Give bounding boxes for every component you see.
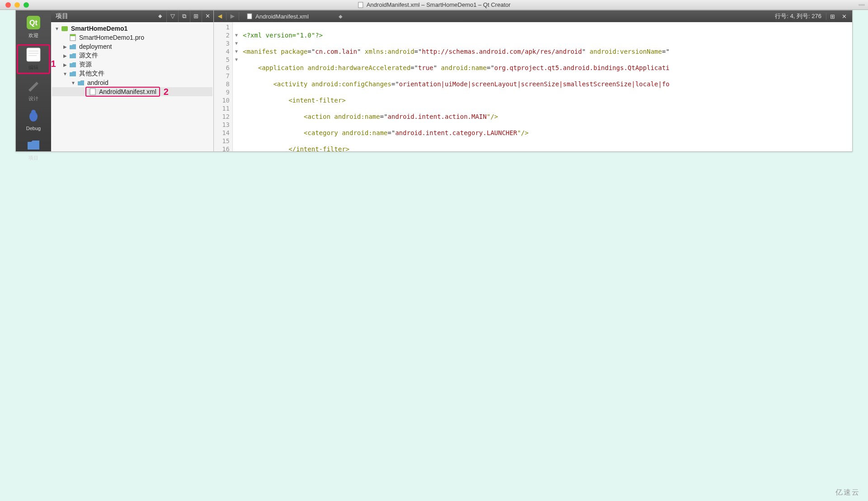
titlebar: AndroidManifest.xml – SmartHomeDemo1 – Q… [0, 0, 868, 10]
tree-android[interactable]: ▼android [52, 78, 212, 87]
project-icon [61, 25, 68, 32]
close-panel-icon[interactable]: ✕ [202, 10, 213, 22]
traffic-lights [0, 2, 29, 8]
folder-icon [69, 52, 76, 59]
tree-deployment[interactable]: ▶deployment [52, 42, 212, 51]
svg-rect-10 [61, 26, 68, 31]
breadcrumb[interactable]: AndroidManifest.xml ◆ [239, 13, 775, 20]
window-title: AndroidManifest.xml – SmartHomeDemo1 – Q… [358, 1, 511, 8]
tree-root[interactable]: ▼SmartHomeDemo1 [52, 24, 212, 33]
window-title-text: AndroidManifest.xml – SmartHomeDemo1 – Q… [367, 1, 511, 8]
mode-welcome[interactable]: Qt 欢迎 [19, 12, 48, 42]
tree-other[interactable]: ▼其他文件 [52, 69, 212, 78]
folder-icon [69, 70, 76, 77]
editor-area: ◄ ► AndroidManifest.xml ◆ 行号: 4, 列号: 276… [214, 10, 852, 151]
svg-text:Qt: Qt [29, 19, 38, 27]
bug-icon [26, 108, 41, 124]
link-icon[interactable]: ⧉ [178, 10, 190, 22]
project-tree[interactable]: ▼SmartHomeDemo1 SmartHomeDemo1.pro ▶depl… [51, 22, 213, 151]
close-window-icon[interactable] [5, 2, 11, 8]
editor-body[interactable]: 1234 5678 9101112 13141516 ▼▼▼ ▼ <?xml v… [214, 22, 852, 151]
folder-icon [69, 61, 76, 68]
mode-projects[interactable]: 项目 [19, 135, 48, 165]
manifest-highlight-box: AndroidManifest.xml [85, 87, 160, 97]
line-gutter: 1234 5678 9101112 13141516 [214, 22, 233, 151]
zoom-window-icon[interactable] [24, 2, 29, 8]
folder-icon [26, 137, 41, 153]
document-icon [358, 2, 364, 8]
mode-design[interactable]: 设计 [19, 75, 48, 106]
nav-back-icon[interactable]: ◄ [214, 12, 226, 20]
svg-point-9 [31, 110, 36, 114]
qt-logo-icon: Qt [26, 15, 41, 30]
callout-1: 1 [51, 59, 56, 69]
xml-file-icon [246, 13, 253, 19]
overflow-icon[interactable] [858, 1, 865, 9]
fold-column[interactable]: ▼▼▼ ▼ [233, 22, 240, 151]
pro-file-icon [69, 34, 76, 41]
editor-status: 行号: 4, 列号: 276 ⊞ ✕ [775, 12, 852, 20]
svg-rect-13 [90, 89, 95, 95]
project-view-selector[interactable]: 项目 ◆ [51, 12, 166, 20]
mode-edit[interactable]: 编辑 [19, 47, 48, 71]
split-icon[interactable]: ⊞ [190, 10, 202, 22]
edit-highlight-box: 编辑 [17, 44, 50, 74]
filter-icon[interactable]: ▽ [166, 10, 178, 22]
callout-2: 2 [164, 87, 169, 97]
minimize-window-icon[interactable] [14, 2, 20, 8]
svg-rect-14 [247, 14, 252, 19]
dropdown-arrow-icon: ◆ [339, 14, 342, 19]
split-editor-icon[interactable]: ⊞ [826, 13, 835, 20]
close-editor-icon[interactable]: ✕ [840, 13, 849, 20]
cursor-position: 行号: 4, 列号: 276 [775, 12, 821, 20]
folder-icon [69, 43, 76, 50]
tree-manifest-row[interactable]: AndroidManifest.xml 2 [52, 87, 212, 96]
edit-icon [26, 47, 41, 62]
project-toolbar: 项目 ◆ ▽ ⧉ ⊞ ✕ [51, 10, 213, 22]
svg-rect-1 [859, 4, 865, 6]
code-view[interactable]: <?xml version="1.0"?> <manifest package=… [240, 22, 852, 151]
folder-icon [77, 79, 85, 86]
dropdown-arrow-icon: ◆ [158, 13, 162, 19]
nav-forward-icon[interactable]: ► [226, 12, 239, 20]
tree-pro-file[interactable]: SmartHomeDemo1.pro [52, 33, 212, 42]
design-icon [26, 78, 41, 94]
watermark: 亿速云 [835, 488, 860, 497]
svg-rect-4 [27, 48, 40, 61]
tree-sources[interactable]: ▶源文件 [52, 51, 212, 60]
svg-rect-0 [359, 2, 363, 8]
mode-bar: Qt 欢迎 编辑 1 设计 Debug 项目 [16, 10, 51, 151]
editor-toolbar: ◄ ► AndroidManifest.xml ◆ 行号: 4, 列号: 276… [214, 10, 852, 22]
project-panel: 项目 ◆ ▽ ⧉ ⊞ ✕ ▼SmartHomeDemo1 SmartHomeDe… [51, 10, 214, 151]
tree-resources[interactable]: ▶资源 [52, 60, 212, 69]
app-frame: Qt 欢迎 编辑 1 设计 Debug 项目 项目 ◆ [15, 10, 853, 152]
svg-rect-12 [70, 34, 75, 36]
mode-debug[interactable]: Debug [19, 106, 48, 135]
xml-file-icon [89, 88, 96, 95]
